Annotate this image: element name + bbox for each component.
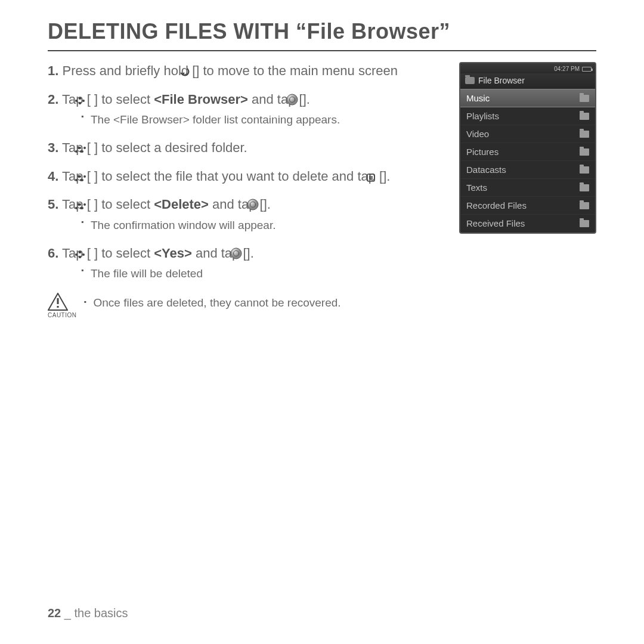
folder-icon — [580, 166, 589, 174]
svg-point-4 — [82, 100, 85, 102]
step-subitem: The <File Browser> folder list containin… — [81, 112, 442, 128]
device-statusbar: 04:27 PM — [460, 63, 595, 73]
svg-point-12 — [81, 150, 83, 153]
device-header-label: File Browser — [478, 76, 525, 85]
battery-icon — [582, 67, 592, 72]
device-list-label: Pictures — [466, 147, 499, 157]
device-list-item: Pictures — [460, 143, 595, 161]
folder-icon — [580, 95, 589, 102]
svg-point-37 — [79, 256, 81, 258]
svg-point-13 — [83, 147, 86, 149]
device-list-label: Playlists — [466, 111, 499, 121]
device-list-label: Video — [466, 129, 489, 139]
svg-point-3 — [79, 97, 81, 100]
device-file-list: MusicPlaylistsVideoPicturesDatacastsText… — [460, 89, 595, 233]
caution-icon: CAUTION — [48, 293, 77, 318]
folder-icon — [580, 220, 589, 227]
folder-icon — [465, 77, 475, 84]
folder-icon — [580, 184, 589, 191]
page-title: DELETING FILES WITH “File Browser” — [48, 19, 596, 50]
caution-label: CAUTION — [48, 312, 77, 318]
svg-point-27 — [79, 203, 81, 206]
device-list-item: Video — [460, 125, 595, 143]
step-subitem: The confirmation window will appear. — [81, 217, 442, 234]
footer-section: the basics — [75, 606, 128, 620]
svg-point-38 — [231, 248, 242, 259]
svg-point-17 — [79, 175, 81, 178]
title-rule — [48, 50, 596, 51]
svg-point-28 — [81, 207, 83, 209]
svg-point-36 — [82, 253, 85, 256]
caution-text: Once files are deleted, they cannot be r… — [84, 293, 341, 309]
page-footer: 22 _ the basics — [48, 606, 128, 620]
folder-icon — [580, 113, 589, 120]
device-list-label: Texts — [466, 182, 487, 193]
svg-rect-41 — [57, 298, 59, 304]
device-list-item: Received Files — [460, 215, 595, 233]
caution-block: CAUTION Once files are deleted, they can… — [48, 293, 442, 318]
svg-point-35 — [79, 251, 81, 253]
step-item: 5. Tap [ ] to select <Delete> and tap []… — [48, 196, 442, 233]
device-list-item: Music — [460, 89, 595, 107]
svg-rect-42 — [57, 306, 59, 308]
footer-separator: _ — [61, 606, 74, 620]
device-list-label: Received Files — [466, 218, 525, 228]
svg-point-19 — [83, 175, 86, 178]
svg-point-30 — [247, 199, 258, 210]
instruction-steps: 1. Press and briefly hold [] to move to … — [48, 62, 442, 318]
step-item: 4. Tap [ ] to select the file that you w… — [48, 168, 442, 185]
folder-icon — [580, 148, 589, 156]
device-time: 04:27 PM — [554, 66, 580, 72]
svg-point-29 — [83, 203, 86, 206]
device-header: File Browser — [460, 73, 595, 89]
folder-icon — [580, 202, 589, 209]
step-item: 2. Tap [ ] to select <File Browser> and … — [48, 91, 442, 128]
device-list-label: Recorded Files — [466, 200, 527, 210]
svg-point-18 — [81, 179, 83, 181]
step-subitem: The file will be deleted — [81, 265, 442, 282]
step-item: 3. Tap [ ] to select a desired folder. — [48, 139, 442, 157]
step-item: 1. Press and briefly hold [] to move to … — [48, 62, 442, 80]
step-item: 6. Tap [ ] to select <Yes> and tap [].Th… — [48, 244, 442, 282]
folder-icon — [580, 131, 589, 138]
svg-point-11 — [79, 147, 81, 149]
device-list-label: Music — [466, 93, 490, 103]
device-list-item: Recorded Files — [460, 197, 595, 215]
svg-point-6 — [287, 94, 298, 105]
svg-point-5 — [79, 102, 81, 104]
device-screenshot: 04:27 PM File Browser MusicPlaylistsVide… — [459, 62, 596, 234]
page-number: 22 — [48, 606, 61, 620]
device-list-item: Texts — [460, 179, 595, 197]
device-list-label: Datacasts — [466, 165, 506, 175]
device-list-item: Datacasts — [460, 161, 595, 179]
device-list-item: Playlists — [460, 107, 595, 125]
